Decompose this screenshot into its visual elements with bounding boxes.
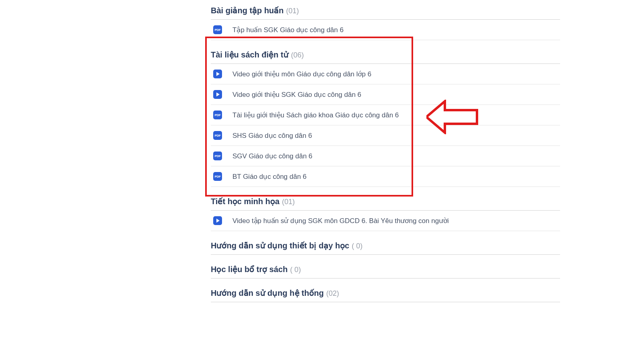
section-header: Học liệu bổ trợ sách( 0) — [211, 259, 560, 279]
list-item-label: SHS Giáo dục công dân 6 — [232, 131, 312, 140]
section-count: ( 0) — [352, 242, 363, 250]
pdf-icon — [213, 152, 222, 160]
list-item[interactable]: Video giới thiệu môn Giáo dục công dân l… — [211, 64, 560, 84]
list-item[interactable]: Video tập huấn sử dụng SGK môn GDCD 6. B… — [211, 211, 560, 231]
list-item[interactable]: SGV Giáo dục công dân 6 — [211, 146, 560, 166]
section-header: Hướng dẫn sử dụng thiết bị dạy học( 0) — [211, 235, 560, 255]
list-item-label: BT Giáo dục công dân 6 — [232, 172, 307, 181]
video-icon — [213, 216, 222, 225]
video-icon — [213, 90, 222, 99]
section-title: Tài liệu sách điện tử — [211, 50, 289, 59]
section-header: Tiết học minh họa(01) — [211, 191, 560, 211]
video-icon — [213, 70, 222, 78]
pdf-icon — [213, 172, 222, 181]
list-item[interactable]: BT Giáo dục công dân 6 — [211, 166, 560, 187]
list-item-label: Tài liệu giới thiệu Sách giáo khoa Giáo … — [232, 111, 399, 119]
section-count: (01) — [282, 198, 295, 206]
section-count: (02) — [326, 289, 339, 298]
section: Hướng dẫn sử dụng hệ thống(02) — [211, 283, 560, 302]
section-title: Học liệu bổ trợ sách — [211, 264, 287, 274]
list-item-label: Video tập huấn sử dụng SGK môn GDCD 6. B… — [232, 217, 449, 225]
section-header: Hướng dẫn sử dụng hệ thống(02) — [211, 283, 560, 302]
list-item[interactable]: Video giới thiệu SGK Giáo dục công dân 6 — [211, 84, 560, 105]
section-title: Bài giảng tập huấn — [211, 6, 284, 15]
list-item-label: Tập huấn SGK Giáo dục công dân 6 — [232, 26, 344, 34]
section-count: (06) — [291, 51, 304, 59]
section-count: (01) — [286, 7, 299, 15]
list-item-label: Video giới thiệu SGK Giáo dục công dân 6 — [232, 90, 361, 99]
list-item[interactable]: Tài liệu giới thiệu Sách giáo khoa Giáo … — [211, 105, 560, 125]
section-count: ( 0) — [290, 266, 301, 274]
section-title: Hướng dẫn sử dụng hệ thống — [211, 288, 324, 298]
section: Học liệu bổ trợ sách( 0) — [211, 259, 560, 279]
section: Tiết học minh họa(01)Video tập huấn sử d… — [211, 191, 560, 231]
section-title: Hướng dẫn sử dụng thiết bị dạy học — [211, 241, 349, 250]
section: Hướng dẫn sử dụng thiết bị dạy học( 0) — [211, 235, 560, 255]
pdf-icon — [213, 111, 222, 119]
list-item-label: SGV Giáo dục công dân 6 — [232, 152, 312, 160]
pdf-icon — [213, 131, 222, 140]
pdf-icon — [213, 25, 222, 34]
section-title: Tiết học minh họa — [211, 197, 279, 206]
section: Tài liệu sách điện tử(06)Video giới thiệ… — [211, 44, 560, 187]
list-item[interactable]: Tập huấn SGK Giáo dục công dân 6 — [211, 20, 560, 40]
list-item[interactable]: SHS Giáo dục công dân 6 — [211, 125, 560, 146]
list-item-label: Video giới thiệu môn Giáo dục công dân l… — [232, 70, 371, 78]
section-header: Tài liệu sách điện tử(06) — [211, 44, 560, 64]
section-header: Bài giảng tập huấn(01) — [211, 0, 560, 20]
section: Bài giảng tập huấn(01)Tập huấn SGK Giáo … — [211, 0, 560, 40]
